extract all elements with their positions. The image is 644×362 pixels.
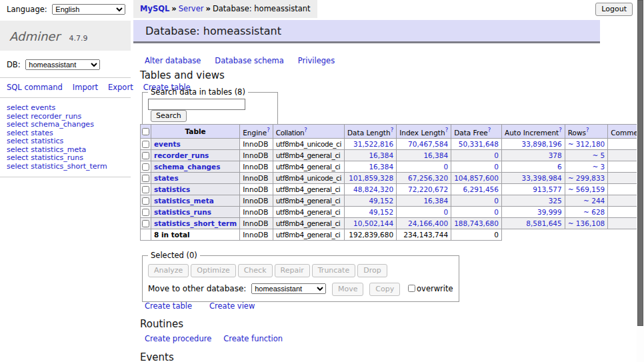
data-length-link[interactable]: 101,859,328 [349,174,393,182]
table-name-link[interactable]: statistics [154,185,190,193]
column-help-link[interactable]: ? [304,127,307,133]
data-length-link[interactable]: 31,522,816 [353,140,393,148]
truncate-button[interactable]: Truncate [312,264,355,277]
auto-increment-link[interactable]: 33,898,196 [522,140,562,148]
index-length-link[interactable]: 70,467,584 [408,140,448,148]
optimize-button[interactable]: Optimize [191,264,235,277]
vertical-scrollbar[interactable] [637,0,644,362]
column-help-link[interactable]: ? [445,127,449,133]
language-select[interactable]: English [52,4,125,15]
sidebar-select-table-link[interactable]: select statistics_runs [7,154,124,163]
data-free-link[interactable]: 6,291,456 [463,185,499,193]
data-free-link[interactable]: 104,857,600 [454,174,499,182]
import-link[interactable]: Import [73,83,98,92]
logout-button[interactable]: Logout [595,3,633,16]
row-select-checkbox[interactable] [142,186,149,193]
table-name-cell: statistics_meta [151,195,240,206]
row-select-checkbox[interactable] [142,220,149,227]
data-length-link[interactable]: 49,152 [369,208,393,216]
drop-button[interactable]: Drop [357,264,387,277]
breadcrumb-mysql-link[interactable]: MySQL [140,4,169,13]
data-free-link[interactable]: 0 [494,163,499,171]
export-link[interactable]: Export [108,83,133,92]
data-free-link[interactable]: 0 [494,151,499,159]
index-length-link[interactable]: 0 [443,208,448,216]
scrollbar-thumb[interactable] [637,0,643,326]
create-view-link[interactable]: Create view [209,301,255,311]
data-length-link[interactable]: 10,502,144 [353,219,393,227]
table-name-link[interactable]: recorder_runs [154,151,209,159]
check-button[interactable]: Check [238,264,273,277]
sidebar-select-table-link[interactable]: select statistics_short_term [7,163,124,171]
index-length-link[interactable]: 0 [443,163,448,171]
table-name-link[interactable]: statistics_meta [154,197,214,205]
table-name-link[interactable]: schema_changes [154,163,221,171]
data-length-link[interactable]: 16,384 [369,151,393,159]
index-length-link[interactable]: 67,256,320 [408,174,448,182]
data-free-link[interactable]: 0 [494,208,499,216]
create-function-link[interactable]: Create function [223,334,283,343]
rows-estimate-link[interactable]: ~ 3 [592,163,605,171]
index-length-link[interactable]: 16,384 [423,197,448,205]
copy-button[interactable]: Copy [369,283,400,296]
sidebar-select-table-link[interactable]: select schema_changes [7,121,124,129]
row-select-checkbox[interactable] [142,197,149,205]
create-table-link-bottom[interactable]: Create table [145,301,192,311]
column-help-link[interactable]: ? [488,127,491,133]
data-length-link[interactable]: 48,824,320 [353,185,393,193]
rows-estimate-link[interactable]: ~ 5 [592,151,605,159]
table-name-link[interactable]: events [154,140,181,148]
select-all-checkbox[interactable] [142,128,149,135]
row-select-checkbox[interactable] [142,152,149,159]
repair-button[interactable]: Repair [275,264,310,277]
data-free-link[interactable]: 50,331,648 [459,140,499,148]
data-free-link[interactable]: 0 [494,197,499,205]
data-length-link[interactable]: 49,152 [369,197,393,205]
auto-increment-link[interactable]: 6 [557,163,562,171]
rows-estimate-link[interactable]: ~ 299,833 [568,174,605,182]
column-help-link[interactable]: ? [559,127,562,133]
database-schema-link[interactable]: Database schema [215,56,283,65]
rows-estimate-link[interactable]: ~ 569,159 [568,185,605,193]
row-select-checkbox[interactable] [142,175,149,182]
table-name-link[interactable]: statistics_short_term [154,219,237,227]
table-name-link[interactable]: statistics_runs [154,208,211,216]
sql-command-link[interactable]: SQL command [7,83,63,92]
create-procedure-link[interactable]: Create procedure [145,334,211,343]
auto-increment-link[interactable]: 378 [549,151,562,159]
alter-database-link[interactable]: Alter database [145,56,201,65]
analyze-button[interactable]: Analyze [148,264,189,277]
index-length-link[interactable]: 16,384 [423,151,448,159]
column-header-label: Index Length [399,129,445,137]
privileges-link[interactable]: Privileges [298,56,335,65]
breadcrumb-server-link[interactable]: Server [179,4,204,13]
column-help-link[interactable]: ? [391,127,394,133]
rows-estimate-link[interactable]: ~ 312,180 [568,140,605,148]
sidebar-select-table-link[interactable]: select events [7,104,124,113]
row-select-checkbox[interactable] [142,163,149,171]
row-select-checkbox[interactable] [142,209,149,216]
overwrite-checkbox[interactable] [408,285,415,292]
auto-increment-link[interactable]: 8,581,645 [526,219,561,227]
index-length-link[interactable]: 72,220,672 [408,185,448,193]
column-help-link[interactable]: ? [586,127,589,133]
search-button[interactable]: Search [151,110,187,122]
table-name-link[interactable]: states [154,174,179,182]
rows-estimate-link[interactable]: ~ 244 [583,197,605,205]
move-database-select[interactable]: homeassistant [251,283,326,294]
move-button[interactable]: Move [332,283,364,296]
column-help-link[interactable]: ? [267,127,270,133]
data-length-link[interactable]: 16,384 [369,163,393,171]
rows-estimate-link[interactable]: ~ 628 [583,208,605,216]
rows-estimate-link[interactable]: ~ 136,108 [568,219,605,227]
auto-increment-link[interactable]: 913,577 [533,185,561,193]
auto-increment-link[interactable]: 39,999 [537,208,562,216]
auto-increment-link[interactable]: 325 [549,197,562,205]
index-length-link[interactable]: 24,166,400 [408,219,448,227]
db-select[interactable]: homeassistant [25,59,100,70]
sidebar-select-table-link[interactable]: select statistics [7,137,124,146]
row-select-checkbox[interactable] [142,141,149,148]
auto-increment-link[interactable]: 33,398,984 [522,174,562,182]
data-free-link[interactable]: 188,743,680 [454,219,499,227]
search-input[interactable] [148,99,245,110]
